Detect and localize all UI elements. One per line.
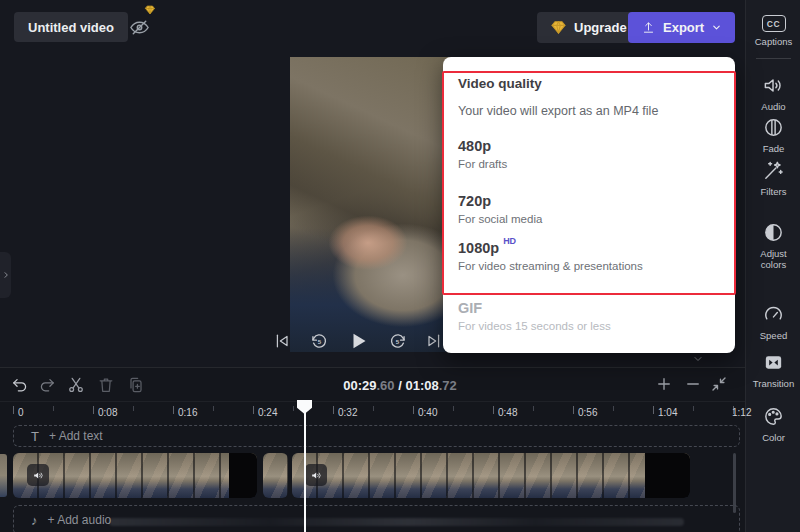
timeline-section: 00:29.60 / 01:08.72 0 0:08 0:16 0:24 0:3… <box>0 367 745 532</box>
add-text-label: + Add text <box>49 429 103 443</box>
captions-cc-icon: CC <box>762 15 786 32</box>
quality-option-720p[interactable]: 720p For social media <box>443 193 735 225</box>
clip-audio-badge[interactable] <box>27 464 49 486</box>
sidebar-item-label: Filters <box>761 186 787 197</box>
redo-button[interactable] <box>37 375 57 395</box>
sidebar-item-filters[interactable]: Filters <box>746 159 800 197</box>
ruler-tick: 0:48 <box>498 407 517 418</box>
sidebar-item-audio[interactable]: Audio <box>746 74 800 112</box>
fade-icon <box>762 116 785 139</box>
ruler-tick: 0:40 <box>418 407 437 418</box>
sidebar-divider <box>756 58 791 59</box>
upload-icon <box>641 20 656 35</box>
speaker-icon <box>310 469 323 482</box>
sidebar-item-speed[interactable]: Speed <box>746 303 800 341</box>
option-name: 480p <box>458 138 735 154</box>
option-desc: For social media <box>458 213 735 225</box>
speaker-icon <box>762 74 785 97</box>
clip-audio-badge[interactable] <box>305 464 327 486</box>
ruler-tick: 0:32 <box>338 407 357 418</box>
sidebar-item-label: Color <box>762 432 785 443</box>
video-clip-2[interactable] <box>263 453 288 498</box>
quality-option-gif[interactable]: GIF For videos 15 seconds or less <box>443 300 735 332</box>
magic-wand-icon <box>762 159 785 182</box>
transport-controls: 5 5 <box>272 329 444 353</box>
forward-5s-button[interactable]: 5 <box>387 331 408 352</box>
sidebar-item-color[interactable]: Color <box>746 405 800 443</box>
palette-icon <box>762 405 785 428</box>
option-name: GIF <box>458 300 735 316</box>
text-T-icon: T <box>31 429 39 444</box>
add-audio-track[interactable]: ♪ + Add audio <box>13 505 740 532</box>
popup-title: Video quality <box>458 76 542 91</box>
video-clip-3[interactable] <box>292 453 690 498</box>
ruler-tick: 0:56 <box>578 407 597 418</box>
option-desc: For drafts <box>458 158 735 170</box>
skip-to-end-button[interactable] <box>424 331 444 351</box>
ruler-tick: 0 <box>18 407 24 418</box>
project-title[interactable]: Untitled video <box>14 12 128 42</box>
ruler-tick: 0:24 <box>258 407 277 418</box>
preview-collapse-chevron-icon[interactable] <box>690 353 706 365</box>
speed-gauge-icon <box>762 303 785 326</box>
total-time-fraction: .72 <box>439 378 457 393</box>
video-clip-1[interactable] <box>13 453 257 498</box>
sidebar-item-label: Captions <box>755 36 793 47</box>
watermark-eye-off-icon[interactable] <box>128 16 151 39</box>
total-time: 01:08 <box>405 378 438 393</box>
svg-text:5: 5 <box>317 337 321 344</box>
zoom-out-button[interactable] <box>684 375 702 393</box>
speaker-icon <box>32 469 45 482</box>
quality-option-1080p[interactable]: 1080pHD For video streaming & presentati… <box>443 240 735 272</box>
clip-black-segment <box>229 453 257 498</box>
expand-panel-tab[interactable] <box>0 252 11 298</box>
sidebar-item-transition[interactable]: Transition <box>746 351 800 389</box>
option-name: 1080pHD <box>458 240 735 256</box>
upgrade-label: Upgrade <box>574 20 627 35</box>
delete-button[interactable] <box>96 375 116 395</box>
popup-subtitle: Your video will export as an MP4 file <box>458 104 658 118</box>
adjust-colors-icon <box>762 221 785 244</box>
video-clip-sliver[interactable] <box>0 454 7 497</box>
svg-text:5: 5 <box>395 337 399 344</box>
sidebar-item-captions[interactable]: CC Captions <box>746 15 800 47</box>
undo-button[interactable] <box>10 375 30 395</box>
sidebar-item-label: Transition <box>753 378 794 389</box>
hd-badge: HD <box>503 236 516 246</box>
tools-sidebar: CC Captions Audio Fade Filters Adjust co… <box>745 0 800 532</box>
sidebar-item-fade[interactable]: Fade <box>746 116 800 154</box>
audio-waveform <box>109 518 684 526</box>
option-desc: For video streaming & presentations <box>458 260 735 272</box>
sidebar-item-label: Fade <box>763 143 785 154</box>
transition-icon <box>762 351 785 374</box>
export-label: Export <box>663 20 704 35</box>
timeline-scrollbar[interactable] <box>733 453 736 513</box>
premium-gem-badge-icon <box>144 4 156 16</box>
video-preview-canvas <box>290 57 456 352</box>
duplicate-button[interactable] <box>126 375 146 395</box>
ruler-tick: 0:08 <box>98 407 117 418</box>
quality-option-480p[interactable]: 480p For drafts <box>443 138 735 170</box>
playhead-line[interactable] <box>304 401 306 532</box>
zoom-in-button[interactable] <box>655 375 673 393</box>
music-note-icon: ♪ <box>31 513 38 528</box>
export-button[interactable]: Export <box>628 12 735 43</box>
ruler-tick: 1:04 <box>658 407 677 418</box>
option-desc: For videos 15 seconds or less <box>458 320 735 332</box>
skip-to-start-button[interactable] <box>272 331 292 351</box>
sidebar-item-adjust-colors[interactable]: Adjust colors <box>746 221 800 270</box>
timeline-ruler[interactable]: 0 0:08 0:16 0:24 0:32 0:40 0:48 0:56 1:0… <box>0 401 745 424</box>
current-time: 00:29 <box>343 378 376 393</box>
gem-icon <box>550 19 567 36</box>
upgrade-button[interactable]: Upgrade <box>537 12 640 43</box>
add-text-track[interactable]: T + Add text <box>13 425 740 447</box>
time-display: 00:29.60 / 01:08.72 <box>343 378 457 393</box>
clip-black-segment <box>645 453 690 498</box>
split-scissors-button[interactable] <box>66 375 86 395</box>
fit-to-screen-button[interactable] <box>710 375 728 393</box>
ruler-tick: 0:16 <box>178 407 197 418</box>
rewind-5s-button[interactable]: 5 <box>309 331 330 352</box>
sidebar-item-label: Audio <box>761 101 785 112</box>
current-time-fraction: .60 <box>377 378 395 393</box>
play-button[interactable] <box>346 329 370 353</box>
